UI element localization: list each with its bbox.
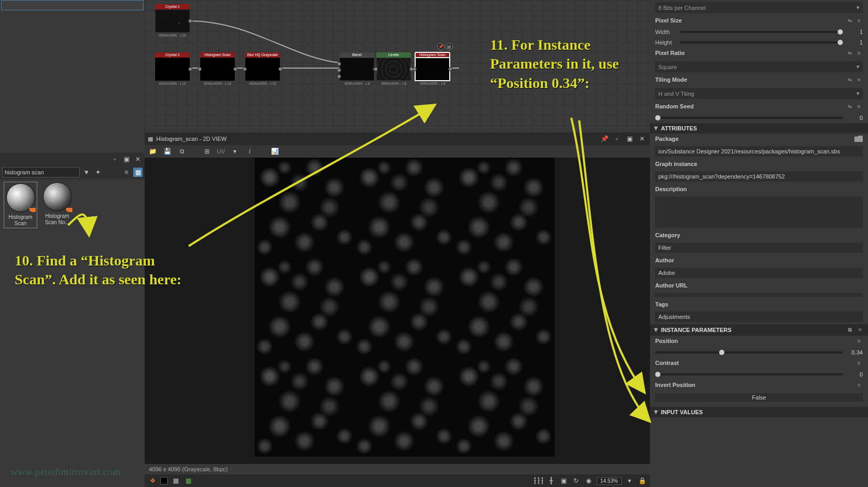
- channels-icon[interactable]: ▦: [183, 476, 193, 485]
- node-crystal-1[interactable]: Crystal 1 4096x4096 - L16: [155, 4, 190, 37]
- node-input-port[interactable]: [374, 67, 378, 71]
- ruler-icon[interactable]: ╂: [546, 476, 556, 485]
- author-url-field[interactable]: [655, 293, 863, 297]
- bits-dropdown[interactable]: 8 Bits per Channel▾: [655, 2, 863, 13]
- thumb-histogram-scan-no[interactable]: Histogram Scan No...: [41, 182, 73, 228]
- color-swatch[interactable]: [160, 477, 168, 484]
- node-histogram-scan-1[interactable]: Histogram Scan 4096x4096 - L16: [200, 52, 235, 85]
- favorite-icon[interactable]: ✦: [93, 168, 103, 177]
- menu-icon[interactable]: ≡: [856, 326, 864, 334]
- search-input[interactable]: [2, 167, 80, 178]
- menu-icon[interactable]: ≡: [855, 360, 863, 367]
- author-field[interactable]: Adobe: [655, 268, 863, 278]
- menu-icon[interactable]: ≡: [855, 382, 863, 389]
- menu-icon[interactable]: ≡: [855, 17, 863, 25]
- close-panel-icon[interactable]: ✕: [133, 154, 143, 164]
- folder-icon[interactable]: [854, 136, 863, 142]
- node-histogram-scan-2[interactable]: 📌 ▤ Histogram Scan 4096x4096 - L8: [415, 52, 450, 85]
- width-value[interactable]: 1: [847, 29, 863, 35]
- refresh-icon[interactable]: ↻: [571, 476, 581, 485]
- copy-icon[interactable]: ⧉: [177, 147, 187, 156]
- attributes-section-header[interactable]: ▶ ATTRIBUTES: [650, 123, 868, 134]
- list-view-icon[interactable]: ≡: [122, 168, 131, 177]
- menu-icon[interactable]: ≡: [855, 103, 863, 110]
- node-output-port[interactable]: [188, 67, 192, 71]
- node-thumbnail: [200, 58, 235, 81]
- random-seed-value[interactable]: 0: [847, 115, 863, 121]
- node-input-port[interactable]: [243, 67, 247, 71]
- height-value[interactable]: 1: [847, 39, 863, 46]
- grid-view-icon[interactable]: ▦: [133, 168, 143, 177]
- lock-icon[interactable]: 🔒: [637, 476, 647, 485]
- uv-toggle-icon[interactable]: ⊞: [202, 147, 212, 156]
- close-icon[interactable]: ✕: [637, 134, 647, 143]
- apps-icon[interactable]: ┇┇┇: [534, 476, 543, 485]
- width-slider[interactable]: [680, 31, 843, 33]
- thumb-histogram-scan[interactable]: Histogram Scan: [4, 182, 37, 228]
- filter-icon[interactable]: ▼: [82, 168, 91, 177]
- info-icon[interactable]: i: [245, 147, 254, 156]
- node-blur-hq[interactable]: Blur HQ Grayscale 4096x4096 - L16: [245, 52, 280, 85]
- invert-position-toggle[interactable]: False: [655, 393, 863, 402]
- tiling-mode-dropdown[interactable]: H and V Tiling▾: [655, 88, 863, 99]
- height-label: Height: [655, 39, 676, 46]
- position-slider[interactable]: [655, 351, 843, 353]
- node-output-port[interactable]: [233, 67, 237, 71]
- menu-icon[interactable]: ≡: [855, 338, 863, 345]
- save-icon[interactable]: 💾: [162, 147, 172, 156]
- grid-icon[interactable]: ▦: [171, 476, 180, 485]
- menu-icon[interactable]: ≡: [855, 76, 863, 84]
- node-input-port[interactable]: [413, 67, 417, 71]
- category-field[interactable]: Filter: [655, 242, 863, 253]
- center-icon[interactable]: ▣: [559, 476, 568, 485]
- target-icon[interactable]: ◉: [584, 476, 593, 485]
- dropdown-icon[interactable]: ▾: [625, 476, 634, 485]
- copy-icon[interactable]: ⧉: [846, 326, 853, 334]
- position-value[interactable]: 0.34: [847, 349, 863, 356]
- graph-instance-field[interactable]: pkg:///histogram_scan?dependency=1467808…: [655, 171, 863, 182]
- pixel-ratio-dropdown[interactable]: Square▾: [655, 61, 863, 72]
- viewport-2d[interactable]: [145, 158, 650, 464]
- node-blend[interactable]: Blend 4096x4096 - L8: [340, 52, 374, 85]
- node-thumbnail: [415, 58, 450, 81]
- contrast-slider[interactable]: [655, 373, 843, 375]
- author-url-label: Author URL: [655, 282, 688, 289]
- minimize-icon[interactable]: ▫: [612, 134, 622, 143]
- open-icon[interactable]: 📁: [148, 147, 157, 156]
- menu-icon[interactable]: ≡: [855, 50, 863, 57]
- height-slider[interactable]: [680, 41, 843, 43]
- node-pin-icon[interactable]: 📌: [437, 43, 444, 50]
- package-field[interactable]: ion/Substance Designer 2021/resources/pa…: [655, 146, 863, 157]
- link-icon[interactable]: ⇋: [846, 76, 853, 84]
- link-icon[interactable]: ⇋: [846, 50, 853, 57]
- link-icon[interactable]: ⇋: [846, 103, 853, 110]
- collapse-icon[interactable]: ▫: [110, 154, 120, 164]
- input-values-section-header[interactable]: ▶ INPUT VALUES: [650, 407, 868, 417]
- pin-icon[interactable]: 📌: [600, 134, 609, 143]
- expand-icon[interactable]: ▣: [122, 154, 131, 164]
- package-label: Package: [655, 136, 679, 142]
- zoom-input[interactable]: 14.53%: [596, 477, 622, 485]
- node-input-port[interactable]: [337, 74, 341, 79]
- node-crystal-2[interactable]: Crystal 2 4096x4096 - L16: [155, 52, 190, 85]
- node-levels[interactable]: Levels 4096x4096 - L8: [376, 52, 411, 85]
- node-input-port[interactable]: [337, 68, 341, 72]
- random-seed-slider[interactable]: [655, 117, 843, 119]
- chevron-down-icon[interactable]: ▾: [230, 147, 240, 156]
- tree-selected-item[interactable]: [1, 0, 144, 10]
- contrast-value[interactable]: 0: [847, 371, 863, 378]
- layers-icon[interactable]: ❖: [148, 476, 157, 485]
- description-textarea[interactable]: [655, 196, 863, 228]
- node-output-port[interactable]: [448, 67, 452, 71]
- maximize-icon[interactable]: ▣: [625, 134, 634, 143]
- node-input-port[interactable]: [198, 67, 202, 71]
- tags-field[interactable]: Adjustments: [655, 312, 863, 322]
- histogram-icon[interactable]: 📊: [270, 147, 279, 156]
- link-icon[interactable]: ⇋: [846, 17, 853, 25]
- node-doc-icon[interactable]: ▤: [446, 43, 453, 50]
- node-output-port[interactable]: [278, 67, 283, 71]
- node-output-port[interactable]: [188, 19, 192, 23]
- instance-params-section-header[interactable]: ▶ INSTANCE PARAMETERS ⧉ ≡: [650, 324, 868, 336]
- node-input-port[interactable]: [337, 62, 341, 66]
- annotation-11: 11. For Instance Parameters in it, use “…: [490, 36, 626, 93]
